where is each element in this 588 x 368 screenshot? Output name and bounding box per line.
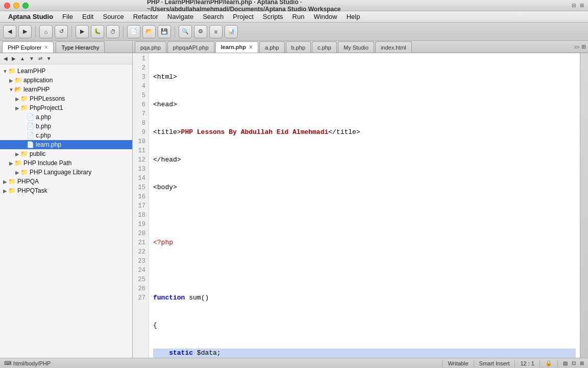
php-explorer-close[interactable]: ✕	[44, 44, 48, 50]
tree-phpproject1[interactable]: ▶ 📁 PhpProject1	[0, 103, 132, 112]
tree-icon-a-php: 📄	[27, 113, 34, 121]
tree-icon-php-lang: 📁	[20, 169, 28, 176]
tab-learn[interactable]: learn.php ✕	[215, 41, 259, 53]
tree-icon-b-php: 📄	[27, 123, 34, 130]
maximize-button[interactable]	[22, 3, 29, 9]
tree-menu[interactable]: ▼	[45, 55, 53, 62]
toolbar-profile[interactable]: ⏱	[106, 25, 119, 38]
tab-learn-close[interactable]: ✕	[249, 44, 253, 50]
tree-arrow-learnphp-folder: ▼	[8, 87, 14, 93]
tree-php-lang[interactable]: ▶ 📁 PHP Language Library	[0, 168, 132, 177]
menu-window[interactable]: Window	[309, 12, 341, 21]
tree-link[interactable]: ⇌	[37, 55, 44, 62]
ln-25: 25	[136, 275, 145, 284]
tree-c-php[interactable]: 📄 c.php	[0, 131, 132, 140]
tree-toolbar: ◀ ▶ ▲ ▼ ⇌ ▼	[0, 53, 132, 64]
tree-phpqa[interactable]: ▶ 📁 PHPQA	[0, 177, 132, 186]
menu-help[interactable]: Help	[342, 12, 364, 21]
toolbar-new[interactable]: 📄	[127, 25, 140, 38]
toolbar-extra2[interactable]: 📊	[225, 25, 238, 38]
status-icon-2: ⊡	[572, 360, 576, 366]
tab-pqa-label: pqa.php	[140, 44, 161, 51]
tree-up[interactable]: ▲	[18, 55, 27, 62]
ln-11: 11	[136, 146, 145, 155]
tree-phplessons[interactable]: ▶ 📁 PHPLessons	[0, 94, 132, 103]
tree-back[interactable]: ◀	[2, 55, 9, 62]
menu-refactor[interactable]: Refactor	[129, 12, 162, 21]
menu-scripts[interactable]: Scripts	[259, 12, 287, 21]
tree-public[interactable]: ▶ 📁 public	[0, 149, 132, 158]
toolbar-save[interactable]: 💾	[158, 25, 171, 38]
tree-collapse[interactable]: ▼	[28, 55, 36, 62]
toolbar-run[interactable]: ▶	[76, 25, 89, 38]
tree-label-b-php: b.php	[36, 123, 51, 130]
minimize-button[interactable]	[13, 3, 19, 9]
tab-indexhtml[interactable]: index.html	[375, 41, 412, 53]
tab-mystudio[interactable]: My Studio	[338, 41, 374, 53]
menu-source[interactable]: Source	[99, 12, 128, 21]
tree-icon-learn-php: 📄	[27, 141, 34, 148]
code-editor[interactable]: 1 2 3 4 5 6 7 8 9 10 11 12 13 14 15 16 1	[133, 53, 580, 358]
tree-learnphp-root[interactable]: ▼ 📁 LearnPHP	[0, 66, 132, 76]
tree-icon-phpproject1: 📁	[20, 104, 28, 111]
tree-label-application: application	[23, 77, 53, 84]
tab-b[interactable]: b.php	[286, 41, 311, 53]
menu-bar: Aptana Studio File Edit Source Refactor …	[0, 11, 588, 22]
tree-phpqtask[interactable]: ▶ 📁 PHPQTask	[0, 186, 132, 195]
tree-application[interactable]: ▶ 📁 application	[0, 76, 132, 85]
toolbar-back[interactable]: ◀	[3, 25, 16, 38]
toolbar-forward[interactable]: ▶	[18, 25, 32, 38]
menu-search[interactable]: Search	[199, 12, 228, 21]
main-toolbar: ◀ ▶ ⌂ ↺ ▶ 🐛 ⏱ 📄 📂 💾 🔍 ⚙ ≡ 📊	[0, 22, 588, 41]
title-icon-2: ⊞	[580, 3, 584, 8]
tree-a-php[interactable]: 📄 a.php	[0, 112, 132, 122]
tab-phpqaapi[interactable]: phpqaAPI.php	[167, 41, 214, 53]
menu-app-name[interactable]: Aptana Studio	[4, 12, 57, 21]
ln-4: 4	[136, 82, 145, 91]
tree-icon-phplessons: 📁	[20, 95, 28, 102]
tree-label-learn-php: learn.php	[36, 141, 61, 148]
toolbar-extra1[interactable]: ≡	[209, 25, 223, 38]
minimize-panel-btn[interactable]: ▭	[574, 43, 579, 50]
tree-php-include[interactable]: ▶ 📁 PHP Include Path	[0, 158, 132, 168]
maximize-panel-btn[interactable]: ⊞	[581, 43, 586, 50]
status-position: 12 : 1	[520, 360, 534, 366]
tab-a[interactable]: a.php	[259, 41, 285, 53]
type-hierarchy-label: Type Hierarchy	[61, 44, 99, 51]
code-line-8	[153, 266, 576, 275]
status-icon-1: ▤	[563, 360, 568, 366]
tree-learn-php[interactable]: 📄 learn.php	[0, 140, 132, 149]
status-sep-3	[514, 360, 515, 367]
toolbar-search[interactable]: 🔍	[179, 25, 192, 38]
tree-label-c-php: c.php	[36, 132, 51, 139]
code-lines[interactable]: <html> <head> <title>PHP Lessons By Abdu…	[149, 53, 580, 358]
ln-22: 22	[136, 247, 145, 257]
code-line-1: <html>	[153, 73, 576, 82]
tree-learnphp-folder[interactable]: ▼ 📂 learnPHP	[0, 85, 132, 94]
tree-arrow-application: ▶	[8, 78, 14, 83]
editor-area[interactable]: 1 2 3 4 5 6 7 8 9 10 11 12 13 14 15 16 1	[133, 53, 580, 358]
toolbar-debug[interactable]: 🐛	[91, 25, 104, 38]
ln-2: 2	[136, 63, 145, 73]
menu-project[interactable]: Project	[229, 12, 257, 21]
ln-12: 12	[136, 155, 145, 165]
tab-type-hierarchy[interactable]: Type Hierarchy	[56, 41, 105, 53]
toolbar-open[interactable]: 📂	[142, 25, 156, 38]
close-button[interactable]	[4, 3, 10, 9]
tree-b-php[interactable]: 📄 b.php	[0, 122, 132, 131]
tab-php-explorer[interactable]: PHP Explorer ✕	[2, 41, 54, 53]
php-explorer-panel: ◀ ▶ ▲ ▼ ⇌ ▼ ▼ 📁 LearnPHP ▶ 📁	[0, 53, 133, 358]
tree-forward[interactable]: ▶	[10, 55, 17, 62]
menu-file[interactable]: File	[58, 12, 77, 21]
tab-c[interactable]: c.php	[312, 41, 337, 53]
status-right-icons: ▤ ⊡ ⊞	[563, 360, 584, 366]
toolbar-home[interactable]: ⌂	[39, 25, 53, 38]
toolbar-settings[interactable]: ⚙	[194, 25, 207, 38]
ln-26: 26	[136, 284, 145, 293]
tab-pqa[interactable]: pqa.php	[135, 41, 166, 53]
menu-edit[interactable]: Edit	[78, 12, 97, 21]
toolbar-refresh[interactable]: ↺	[55, 25, 68, 38]
menu-navigate[interactable]: Navigate	[163, 12, 198, 21]
status-path-icon: ⌨	[4, 360, 11, 366]
menu-run[interactable]: Run	[288, 12, 309, 21]
